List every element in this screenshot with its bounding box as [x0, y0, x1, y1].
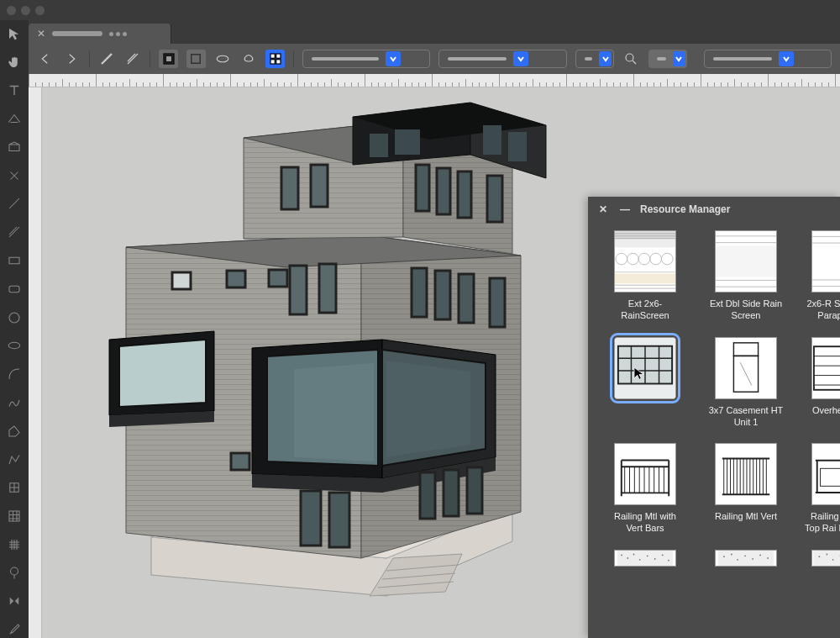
resource-thumbnail — [715, 337, 777, 399]
polyline-tool-icon[interactable] — [5, 451, 24, 467]
svg-point-104 — [731, 553, 732, 555]
svg-point-94 — [621, 554, 622, 556]
resource-item[interactable] — [704, 550, 788, 567]
svg-marker-53 — [119, 340, 206, 407]
svg-rect-1 — [9, 286, 19, 293]
resource-label: Railing M Top Rai Pan — [805, 510, 840, 535]
palette-close-icon[interactable]: ✕ — [596, 203, 610, 216]
palette-title: Resource Manager — [640, 203, 730, 215]
resource-item[interactable] — [603, 550, 687, 567]
svg-point-109 — [767, 557, 769, 559]
traffic-minimize[interactable] — [21, 6, 30, 15]
resource-item[interactable]: Ext Dbl Side Rain Screen — [704, 230, 788, 322]
palette-header[interactable]: ✕ — Resource Manager — [588, 197, 840, 222]
title-bar — [0, 0, 840, 20]
window-tool-icon[interactable] — [5, 508, 24, 525]
svg-rect-45 — [172, 272, 191, 289]
mode-double-icon[interactable] — [123, 50, 141, 68]
class-dropdown[interactable] — [302, 50, 430, 68]
svg-rect-110 — [813, 551, 840, 566]
resource-thumbnail — [811, 337, 840, 399]
callout-tool-icon[interactable] — [5, 565, 24, 582]
freehand-tool-icon[interactable] — [5, 394, 24, 411]
lasso-mode-icon[interactable] — [240, 50, 258, 68]
traffic-close[interactable] — [7, 6, 16, 15]
resource-item[interactable]: 3x7 Casement HT Unit 1 — [704, 337, 788, 429]
outline-mode-icon[interactable] — [186, 50, 206, 68]
line-tool-icon[interactable] — [5, 196, 24, 213]
svg-rect-37 — [483, 125, 501, 155]
svg-point-6 — [11, 567, 18, 575]
svg-rect-35 — [370, 134, 388, 157]
resource-item[interactable]: 2x6-R Scre Parap — [805, 230, 840, 322]
svg-point-105 — [737, 559, 738, 561]
svg-rect-48 — [231, 453, 249, 470]
svg-rect-80 — [716, 246, 776, 277]
search-icon[interactable] — [622, 50, 640, 68]
arc-tool-icon[interactable] — [5, 366, 24, 382]
svg-rect-69 — [467, 467, 482, 514]
nav-back-icon[interactable] — [37, 50, 55, 68]
document-tab[interactable]: ✕ — [29, 24, 171, 44]
svg-rect-49 — [290, 266, 307, 314]
svg-rect-57 — [490, 278, 505, 327]
resource-item[interactable] — [805, 550, 840, 567]
grid-mode-icon[interactable] — [265, 50, 285, 68]
svg-rect-67 — [420, 472, 435, 519]
svg-point-100 — [662, 554, 664, 556]
svg-rect-47 — [269, 270, 287, 287]
wall-tool-icon[interactable] — [5, 139, 24, 156]
svg-point-108 — [759, 554, 761, 556]
resource-thumbnail — [715, 230, 777, 293]
eyedropper-tool-icon[interactable] — [5, 621, 24, 638]
svg-rect-42 — [437, 168, 450, 214]
resource-thumbnail — [614, 550, 676, 567]
selection-tool-icon[interactable] — [5, 25, 24, 42]
svg-rect-72 — [615, 240, 675, 248]
resource-item[interactable]: Overhea — [805, 337, 840, 429]
resource-thumbnail — [811, 550, 840, 567]
zoom-dropdown[interactable] — [648, 50, 687, 68]
svg-rect-39 — [281, 167, 298, 209]
svg-rect-40 — [311, 165, 328, 207]
ellipse-mode-icon[interactable] — [214, 50, 232, 68]
palette-minimize-icon[interactable]: — — [618, 203, 632, 216]
svg-rect-102 — [718, 551, 774, 566]
svg-point-10 — [217, 55, 228, 62]
view-dropdown[interactable] — [575, 50, 614, 68]
resource-item[interactable]: Railing Mtl with Vert Bars — [603, 443, 687, 535]
ellipse-tool-icon[interactable] — [5, 337, 24, 354]
mode-bar — [29, 44, 840, 74]
svg-rect-93 — [617, 551, 674, 566]
mode-single-icon[interactable] — [98, 50, 116, 68]
close-tab-icon[interactable]: ✕ — [37, 28, 45, 40]
render-dropdown[interactable] — [704, 50, 832, 68]
mirror-tool-icon[interactable] — [5, 593, 24, 609]
double-line-tool-icon[interactable] — [5, 224, 24, 240]
resource-manager-palette[interactable]: ✕ — Resource Manager Ext 2x6-RainScreen — [588, 197, 840, 638]
svg-rect-11 — [270, 54, 275, 58]
resource-thumbnail — [811, 230, 840, 293]
resource-label: Ext Dbl Side Rain Screen — [706, 298, 785, 322]
hatch-tool-icon[interactable] — [5, 536, 24, 553]
svg-rect-54 — [412, 268, 427, 317]
layer-dropdown[interactable] — [438, 50, 566, 68]
svg-rect-84 — [716, 338, 776, 398]
delete-tool-icon[interactable] — [5, 167, 24, 184]
fill-mode-icon[interactable] — [159, 50, 178, 68]
resource-item[interactable]: Railing M Top Rai Pan — [805, 443, 840, 535]
resource-thumbnail — [715, 443, 777, 505]
door-tool-icon[interactable] — [5, 479, 24, 496]
rectangle-tool-icon[interactable] — [5, 252, 24, 269]
rounded-rect-tool-icon[interactable] — [5, 281, 24, 298]
dimension-tool-icon[interactable] — [5, 110, 24, 127]
circle-tool-icon[interactable] — [5, 309, 24, 326]
resource-item[interactable]: Ext 2x6-RainScreen — [603, 230, 687, 322]
resource-item[interactable]: Railing Mtl Vert — [704, 443, 788, 535]
text-tool-icon[interactable] — [5, 82, 24, 99]
nav-forward-icon[interactable] — [63, 50, 81, 68]
pan-tool-icon[interactable] — [5, 54, 24, 71]
resource-item-selected[interactable] — [603, 337, 687, 429]
traffic-zoom[interactable] — [35, 6, 45, 15]
polygon-tool-icon[interactable] — [5, 423, 24, 440]
